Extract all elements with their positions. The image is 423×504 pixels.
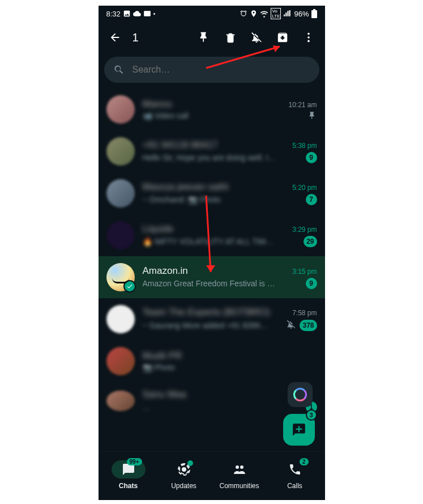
unread-badge: 29 [304,236,317,247]
chat-name: Maurya jeevan sathi [143,181,229,193]
svg-point-7 [240,465,243,469]
chat-row[interactable]: Team The Experts (BOTBRO) 7:58 pm ~ Gaur… [99,298,325,340]
status-bar: 8:32 • VoLTE 96% [99,6,325,22]
svg-point-2 [307,33,310,35]
signal-icon [283,10,292,18]
volte-icon: VoLTE [271,8,281,19]
unread-badge: 9 [306,152,317,163]
chat-preview: … [143,403,151,412]
chat-preview: ~ Gaurang More added +91 8399… [143,321,268,330]
location-icon [250,10,258,18]
nav-updates[interactable]: Updates [159,460,210,490]
chat-preview: 📹 Video call [143,111,189,120]
chat-time: 5:38 pm [292,142,317,150]
battery-percentage: 96% [294,10,309,18]
nav-updates-dot [187,460,193,466]
unread-badge: 7 [306,194,317,205]
cloud-icon [133,10,141,18]
svg-rect-1 [313,9,315,10]
pin-button[interactable] [193,26,216,49]
svg-point-4 [307,40,310,43]
svg-point-6 [236,465,239,469]
wifi-icon [260,10,268,18]
chat-name: Team The Experts (BOTBRO) [143,307,270,318]
calls-icon [288,463,302,476]
avatar [106,95,135,124]
muted-icon [286,319,296,332]
chat-row[interactable]: Liquide 3:29 pm 🔥 NIFTY VOLATILITY AT AL… [99,214,325,256]
more-button[interactable] [297,26,321,49]
chat-row[interactable]: Manno 10:21 am 📹 Video call [99,88,325,130]
avatar [106,137,135,166]
fab-badge: 3 [306,409,317,421]
svg-point-3 [307,36,310,39]
nav-calls-badge: 2 [300,458,309,465]
chat-row[interactable]: +91 94118 86417 5:38 pm Hello Sir, Hope … [99,130,325,172]
chat-name: Amazon.in [143,265,188,277]
chat-row[interactable]: Maurya jeevan sathi 5:20 pm ~ Omchand: 📷… [99,172,325,214]
pinned-icon [308,111,317,120]
phone-frame: 8:32 • VoLTE 96% 1 [99,6,325,500]
avatar [106,263,135,291]
nav-label: Calls [287,482,302,490]
nav-calls[interactable]: 2 Calls [270,460,321,490]
new-chat-fab[interactable]: 3 [283,414,315,446]
status-time: 8:32 [106,10,121,18]
image-icon [123,10,131,18]
avatar [106,221,135,249]
avatar [106,305,135,333]
chat-time: 5:20 pm [292,184,317,192]
unread-badge: 9 [306,278,317,289]
chat-name: Sanu Maa [143,389,187,400]
nav-label: Updates [171,482,196,490]
avatar [106,347,135,375]
search-input[interactable] [133,65,310,75]
chat-time: 3:15 pm [292,268,317,276]
chat-name: Mudit PR [143,350,182,362]
card-icon [143,10,151,18]
svg-point-5 [182,467,186,472]
battery-icon [311,9,317,18]
chat-preview: 🔥 NIFTY VOLATILITY AT ALL TIME HI… [143,237,279,246]
chat-preview: Amazon Great Freedom Festival is Li… [143,279,279,288]
chat-time: 3:29 pm [292,226,317,234]
mute-button[interactable] [245,26,268,49]
chat-time: 10:21 am [288,101,317,109]
nav-chats-badge: 99+ [127,458,142,465]
meta-ai-icon [293,388,307,401]
chat-row[interactable]: Mudit PR 📷 Photo [99,340,325,382]
bottom-nav: 99+ Chats Updates Communities 2 Calls [99,451,325,500]
meta-ai-button[interactable] [288,382,313,407]
archive-button[interactable] [271,26,294,49]
chat-preview: 📷 Photo [143,363,175,372]
nav-chats[interactable]: 99+ Chats [103,460,154,490]
back-button[interactable] [103,26,127,49]
svg-rect-0 [311,10,317,18]
avatar [106,179,135,207]
nav-communities[interactable]: Communities [214,460,265,490]
search-icon [113,64,125,75]
chat-name: Manno [143,99,172,110]
chat-row-selected[interactable]: Amazon.in 3:15 pm Amazon Great Freedom F… [99,256,325,298]
avatar [106,391,135,411]
chat-time: 7:58 pm [292,309,317,317]
selection-toolbar: 1 [99,22,325,53]
chat-name: Liquide [143,223,174,235]
selection-count: 1 [133,31,139,44]
chat-name: +91 94118 86417 [143,139,218,151]
alarm-icon [240,10,247,18]
nav-label: Communities [219,482,259,490]
selected-check-icon [123,280,136,293]
chat-preview: ~ Omchand: 📷 Photo [143,195,221,204]
communities-icon [233,463,246,476]
chat-preview: Hello Sir, Hope you are doing well. I… [143,153,276,162]
unread-badge: 378 [300,320,317,331]
chat-list[interactable]: Manno 10:21 am 📹 Video call +91 94118 86… [99,88,325,451]
new-chat-icon [292,422,306,437]
nav-label: Chats [119,482,138,490]
dot-icon: • [153,11,156,17]
delete-button[interactable] [219,26,242,49]
search-bar[interactable] [104,57,319,83]
